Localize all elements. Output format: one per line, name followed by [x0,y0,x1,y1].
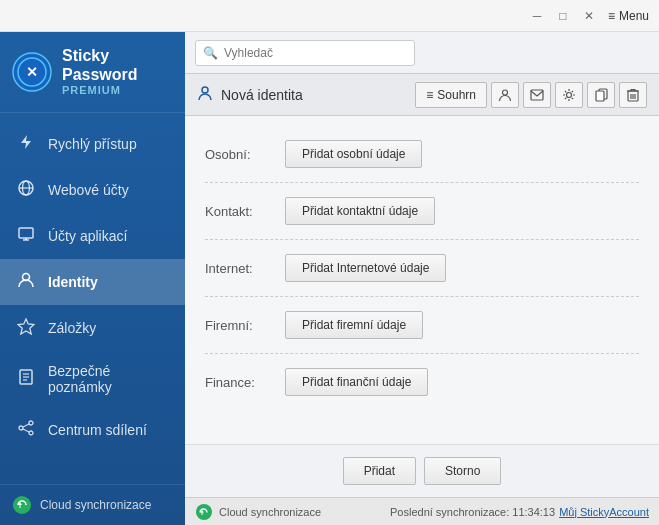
app-window: ─ □ ✕ ≡ Menu ✕ Sticky Password [0,0,659,525]
svg-point-22 [503,90,508,95]
add-button[interactable]: Přidat [343,457,416,485]
share-icon [16,419,36,441]
summary-label: Souhrn [437,88,476,102]
sidebar-label-webove-ucty: Webové účty [48,182,129,198]
svg-point-24 [567,92,572,97]
firemni-label: Firemní: [205,318,285,333]
sidebar-label-rychly-pristup: Rychlý přístup [48,136,137,152]
cloud-sync-label: Cloud synchronizace [40,498,151,512]
status-bar: Cloud synchronizace Poslední synchroniza… [185,497,659,525]
person-action-button[interactable] [491,82,519,108]
copy-icon [595,88,608,102]
account-link[interactable]: Můj StickyAccount [559,506,649,518]
window-titlebar: ─ □ ✕ ≡ Menu [0,0,659,32]
maximize-button[interactable]: □ [556,9,570,23]
delete-action-button[interactable] [619,82,647,108]
notes-icon [16,368,36,390]
sidebar-label-ucty-aplikaci: Účty aplikací [48,228,127,244]
svg-line-19 [23,429,29,432]
svg-point-17 [29,431,33,435]
status-left: Cloud synchronizace [195,503,380,521]
new-identity-icon [197,85,213,104]
star-icon [16,317,36,339]
lightning-icon [16,133,36,155]
status-cloud-icon [195,503,213,521]
sidebar-item-ucty-aplikaci[interactable]: Účty aplikací [0,213,185,259]
content-title-area: Nová identita [197,85,303,104]
summary-button[interactable]: ≡ Souhrn [415,82,487,108]
form-section-osobni: Osobní: Přidat osobní údaje [205,126,639,183]
osobni-button[interactable]: Přidat osobní údaje [285,140,422,168]
sidebar: ✕ Sticky Password PREMIUM R [0,32,185,525]
search-icon: 🔍 [203,46,218,60]
footer-actions: Přidat Storno [185,444,659,497]
person-action-icon [498,88,512,102]
form-section-kontakt: Kontakt: Přidat kontaktní údaje [205,183,639,240]
svg-rect-6 [19,228,33,238]
email-action-button[interactable] [523,82,551,108]
sidebar-label-identity: Identity [48,274,98,290]
sidebar-item-centrum-sdileni[interactable]: Centrum sdílení [0,407,185,453]
internet-button[interactable]: Přidat Internetové údaje [285,254,446,282]
firemni-button[interactable]: Přidat firemní údaje [285,311,423,339]
sidebar-item-rychly-pristup[interactable]: Rychlý přístup [0,121,185,167]
logo-area: ✕ Sticky Password PREMIUM [0,32,185,113]
sidebar-item-webove-ucty[interactable]: Webové účty [0,167,185,213]
nav-items: Rychlý přístup Webové účty [0,113,185,484]
main-body: ✕ Sticky Password PREMIUM R [0,32,659,525]
form-area: Osobní: Přidat osobní údaje Kontakt: Při… [185,116,659,444]
logo-sticky: Sticky [62,46,138,65]
svg-point-15 [29,421,33,425]
menu-label: Menu [619,9,649,23]
content-actions: ≡ Souhrn [415,82,647,108]
minimize-button[interactable]: ─ [530,9,544,23]
main-content: 🔍 Nová identita ≡ [185,32,659,525]
app-logo-icon: ✕ [12,52,52,92]
kontakt-button[interactable]: Přidat kontaktní údaje [285,197,435,225]
kontakt-label: Kontakt: [205,204,285,219]
search-wrapper: 🔍 [195,40,415,66]
sidebar-item-zalozky[interactable]: Záložky [0,305,185,351]
sidebar-item-bezpecne-poznamky[interactable]: Bezpečné poznámky [0,351,185,407]
cloud-sync-icon [12,495,32,515]
logo-password: Password [62,65,138,84]
copy-action-button[interactable] [587,82,615,108]
osobni-label: Osobní: [205,147,285,162]
trash-icon [627,88,639,102]
finance-button[interactable]: Přidat finanční údaje [285,368,428,396]
account-link-text: Můj StickyAccount [559,506,649,518]
svg-rect-26 [596,91,604,101]
internet-label: Internet: [205,261,285,276]
form-section-finance: Finance: Přidat finanční údaje [205,354,639,410]
menu-button[interactable]: ≡ Menu [608,9,649,23]
logo-premium: PREMIUM [62,84,138,97]
content-header: Nová identita ≡ Souhrn [185,74,659,116]
content-title-text: Nová identita [221,87,303,103]
search-header: 🔍 [185,32,659,74]
logo-text: Sticky Password PREMIUM [62,46,138,98]
monitor-icon [16,225,36,247]
search-input[interactable] [195,40,415,66]
settings-action-button[interactable] [555,82,583,108]
finance-label: Finance: [205,375,285,390]
sidebar-item-identity[interactable]: Identity [0,259,185,305]
close-button[interactable]: ✕ [582,9,596,23]
svg-rect-23 [531,90,543,100]
status-sync-time: Poslední synchronizace: 11:34:13 [380,506,559,518]
sidebar-label-centrum-sdileni: Centrum sdílení [48,422,147,438]
person-icon [16,271,36,293]
sidebar-label-zalozky: Záložky [48,320,96,336]
last-sync-text: Poslední synchronizace: 11:34:13 [390,506,555,518]
status-sync-label: Cloud synchronizace [219,506,321,518]
list-icon: ≡ [426,88,433,102]
form-section-internet: Internet: Přidat Internetové údaje [205,240,639,297]
sidebar-label-bezpecne-poznamky: Bezpečné poznámky [48,363,169,395]
cancel-button[interactable]: Storno [424,457,501,485]
svg-point-32 [196,504,212,520]
svg-marker-10 [18,319,34,334]
form-section-firemni: Firemní: Přidat firemní údaje [205,297,639,354]
email-icon [530,89,544,101]
svg-line-18 [23,424,29,427]
sidebar-footer: Cloud synchronizace [0,484,185,525]
globe-icon [16,179,36,201]
